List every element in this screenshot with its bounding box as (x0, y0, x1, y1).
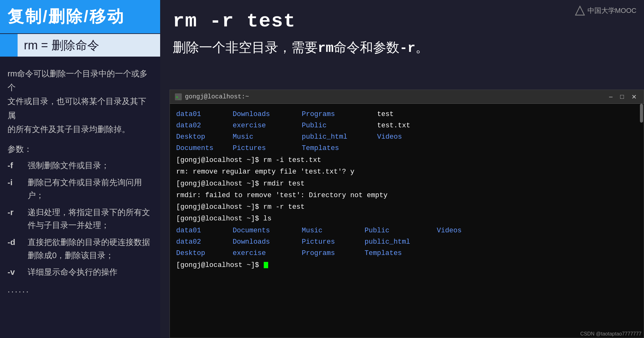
param-i-desc: 删除已有文件或目录前先询问用户； (28, 176, 153, 202)
cmd-code: rm (318, 41, 333, 56)
ls-item: Templates (302, 143, 377, 154)
subtitle-accent (0, 34, 18, 57)
ls-item: Programs (302, 109, 377, 120)
cmd-param: -r (399, 41, 415, 56)
param-v-flag: -v (8, 266, 20, 279)
top-logo: 中国大学MOOC (574, 5, 636, 16)
ls-item (437, 236, 487, 248)
ls-item: Videos (437, 225, 487, 236)
ls-item: Downloads (233, 236, 302, 248)
ls-item: Music (233, 131, 302, 143)
cmd-desc-text: 删除一个非空目录，需要 (173, 40, 318, 55)
cursor-blink (264, 262, 268, 268)
terminal-controls[interactable]: – □ ✕ (607, 93, 639, 101)
desc-line-1: rm命令可以删除一个目录中的一个或多个 (8, 69, 148, 92)
logo-text: 中国大学MOOC (587, 6, 636, 15)
terminal-window: >_ gongj@localhost:~ – □ ✕ data01 Downlo… (170, 90, 644, 338)
param-d-desc: 直接把欲删除的目录的硬连接数据删除成0，删除该目录； (28, 236, 153, 262)
output-rm-i: rm: remove regular empty file 'test.txt'… (176, 167, 637, 177)
ls-item: test.txt (377, 120, 440, 131)
ls-item: data02 (176, 236, 233, 248)
ls-item: data01 (176, 109, 233, 120)
param-v: -v 详细显示命令执行的操作 (0, 264, 160, 281)
maximize-button[interactable]: □ (618, 93, 626, 100)
ls-item: data02 (176, 120, 233, 131)
title-bar: 复制/删除/移动 (0, 0, 160, 33)
description: rm命令可以删除一个目录中的一个或多个 文件或目录，也可以将某个目录及其下属 的… (0, 57, 160, 136)
desc-line-3: 的所有文件及其子目录均删除掉。 (8, 125, 130, 134)
ls-item: Public (302, 120, 377, 131)
prompt-rm-r: [gongj@localhost ~]$ rm -r test (176, 202, 637, 213)
terminal-titlebar: >_ gongj@localhost:~ – □ ✕ (170, 90, 644, 104)
terminal-body[interactable]: data01 Downloads Programs test data02 ex… (170, 104, 644, 338)
ls-item: data01 (176, 225, 233, 236)
ls-item: Pictures (302, 236, 365, 248)
ls-item: Desktop (176, 131, 233, 143)
ls-item: Programs (302, 248, 365, 259)
subtitle-text: rm = 删除命令 (24, 37, 99, 53)
prompt-rm-i: [gongj@localhost ~]$ rm -i test.txt (176, 155, 637, 166)
ls-item: exercise (233, 248, 302, 259)
param-f-flag: -f (8, 159, 20, 172)
param-f-desc: 强制删除文件或目录； (28, 159, 109, 172)
ls-item: Pictures (233, 143, 302, 154)
param-r: -r 递归处理，将指定目录下的所有文件与子目录一并处理； (0, 204, 160, 234)
ls-item: public_html (365, 236, 437, 248)
subtitle-bar: rm = 删除命令 (0, 34, 160, 57)
param-d-flag: -d (8, 236, 20, 262)
ls-item: test (377, 109, 440, 120)
minimize-button[interactable]: – (607, 93, 614, 100)
credit-text: CSDN @taotaptao7777777 (580, 331, 641, 337)
terminal-title-text: gongj@localhost:~ (185, 93, 607, 100)
left-panel: 复制/删除/移动 rm = 删除命令 rm命令可以删除一个目录中的一个或多个 文… (0, 0, 160, 338)
param-f: -f 强制删除文件或目录； (0, 157, 160, 174)
ls-item: Downloads (233, 109, 302, 120)
param-r-flag: -r (8, 206, 20, 232)
subtitle-box: rm = 删除命令 (18, 34, 160, 57)
params-title: 参数： (0, 136, 160, 157)
svg-marker-0 (576, 6, 584, 15)
second-ls-output: data01 Documents Music Public Videos dat… (176, 225, 637, 259)
terminal-app-icon: >_ (175, 93, 182, 100)
logo-icon (574, 5, 586, 16)
cmd-desc-text2: 命令和参数 (333, 40, 399, 55)
final-prompt: [gongj@localhost ~]$ (176, 260, 637, 271)
cmd-period: 。 (415, 40, 429, 55)
ls-item: Templates (365, 248, 437, 259)
first-ls-output: data01 Downloads Programs test data02 ex… (176, 109, 637, 154)
ls-item (437, 248, 487, 259)
svg-text:>_: >_ (176, 95, 181, 99)
param-i: -i 删除已有文件或目录前先询问用户； (0, 174, 160, 204)
ls-item: Desktop (176, 248, 233, 259)
param-d: -d 直接把欲删除的目录的硬连接数据删除成0，删除该目录； (0, 234, 160, 264)
right-panel: 中国大学MOOC rm -r test 删除一个非空目录，需要rm命令和参数-r… (160, 0, 644, 338)
ellipsis: ...... (0, 281, 160, 298)
prompt-rmdir: [gongj@localhost ~]$ rmdir test (176, 179, 637, 189)
ls-item: Documents (233, 225, 302, 236)
param-v-desc: 详细显示命令执行的操作 (28, 266, 117, 279)
ls-item: exercise (233, 120, 302, 131)
command-description: 删除一个非空目录，需要rm命令和参数-r。 (173, 37, 631, 58)
ls-item: Documents (176, 143, 233, 154)
ls-item: public_html (302, 131, 377, 143)
ls-item: Music (302, 225, 365, 236)
param-r-desc: 递归处理，将指定目录下的所有文件与子目录一并处理； (28, 206, 153, 232)
ls-item: Videos (377, 131, 440, 143)
desc-line-2: 文件或目录，也可以将某个目录及其下属 (8, 97, 146, 120)
output-rmdir: rmdir: failed to remove 'test': Director… (176, 190, 637, 201)
param-i-flag: -i (8, 176, 20, 202)
page-title: 复制/删除/移动 (8, 6, 125, 28)
ls-item: Public (365, 225, 437, 236)
command-area: rm -r test 删除一个非空目录，需要rm命令和参数-r。 (160, 0, 644, 65)
command-display: rm -r test (173, 10, 631, 32)
prompt-ls: [gongj@localhost ~]$ ls (176, 213, 637, 224)
scrollbar[interactable] (640, 104, 643, 123)
close-button[interactable]: ✕ (630, 93, 639, 101)
ls-item (377, 143, 440, 154)
final-prompt-text: [gongj@localhost ~]$ (176, 261, 263, 269)
